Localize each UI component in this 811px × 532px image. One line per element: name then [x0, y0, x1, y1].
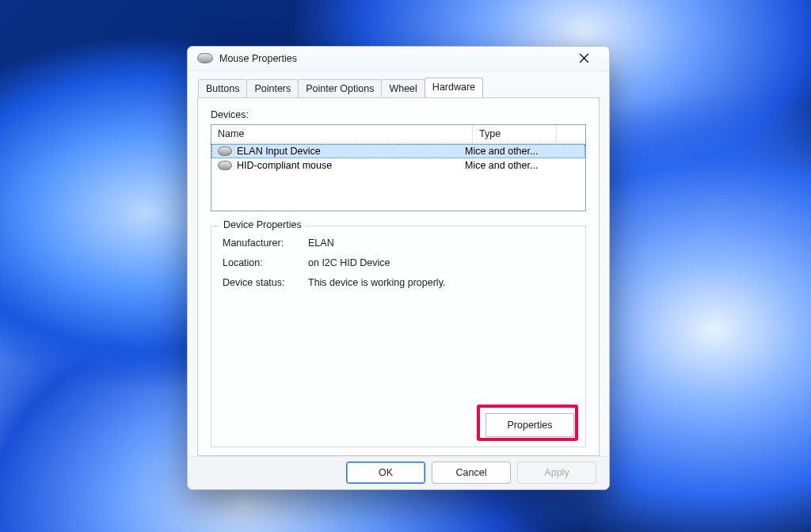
- tab-wheel[interactable]: Wheel: [381, 79, 425, 98]
- location-value: on I2C HID Device: [308, 257, 390, 268]
- client-area: Buttons Pointers Pointer Options Wheel H…: [188, 71, 609, 456]
- window-title: Mouse Properties: [219, 53, 297, 64]
- devices-label: Devices:: [211, 109, 586, 120]
- device-type: Mice and other...: [465, 146, 585, 157]
- tabstrip: Buttons Pointers Pointer Options Wheel H…: [198, 78, 600, 97]
- manufacturer-label: Manufacturer:: [223, 238, 308, 249]
- apply-button: Apply: [517, 462, 596, 484]
- tabpage-hardware: Devices: Name Type ELAN Input Device Mic…: [197, 97, 600, 456]
- list-item[interactable]: ELAN Input Device Mice and other...: [211, 144, 585, 158]
- status-value: This device is working properly.: [308, 277, 445, 288]
- group-legend: Device Properties: [219, 219, 306, 230]
- mouse-properties-dialog: Mouse Properties Buttons Pointers Pointe…: [187, 46, 610, 490]
- mouse-icon: [197, 53, 213, 63]
- titlebar[interactable]: Mouse Properties: [188, 47, 609, 71]
- col-header-type[interactable]: Type: [473, 125, 557, 143]
- manufacturer-value: ELAN: [308, 238, 334, 249]
- device-name: HID-compliant mouse: [237, 160, 465, 171]
- location-label: Location:: [223, 257, 308, 268]
- col-header-name[interactable]: Name: [211, 125, 473, 143]
- mouse-icon: [218, 161, 232, 170]
- properties-button[interactable]: Properties: [485, 413, 574, 437]
- tab-buttons[interactable]: Buttons: [198, 79, 247, 98]
- device-properties-group: Device Properties Manufacturer: ELAN Loc…: [211, 226, 586, 447]
- close-icon[interactable]: [566, 48, 601, 70]
- dialog-footer: OK Cancel Apply: [188, 456, 609, 489]
- mouse-icon: [218, 146, 232, 156]
- tab-pointer-options[interactable]: Pointer Options: [298, 79, 382, 98]
- device-name: ELAN Input Device: [237, 146, 465, 157]
- cancel-button[interactable]: Cancel: [432, 462, 511, 484]
- tab-pointers[interactable]: Pointers: [246, 79, 299, 98]
- list-item[interactable]: HID-compliant mouse Mice and other...: [211, 158, 585, 173]
- col-header-endcap: [557, 125, 585, 143]
- tab-hardware[interactable]: Hardware: [425, 78, 483, 97]
- status-label: Device status:: [223, 277, 308, 288]
- device-list-header: Name Type: [211, 125, 585, 144]
- device-type: Mice and other...: [465, 160, 585, 171]
- device-list[interactable]: Name Type ELAN Input Device Mice and oth…: [211, 124, 586, 211]
- ok-button[interactable]: OK: [346, 462, 425, 484]
